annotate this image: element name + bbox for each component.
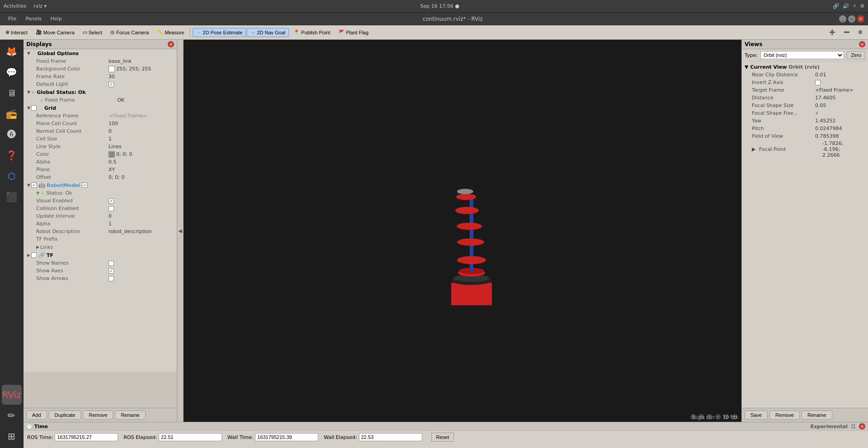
measure-button[interactable]: 📏 Measure — [153, 28, 188, 37]
focus-camera-button[interactable]: ◎ Focus Camera — [107, 28, 152, 37]
2d-nav-button[interactable]: → 2D Nav Goal — [247, 28, 289, 37]
views-close-button[interactable]: ✕ — [859, 41, 865, 47]
global-options-arrow[interactable]: ▼ — [27, 51, 30, 56]
publish-point-button[interactable]: 📍 Publish Point — [290, 28, 334, 37]
ros-time-input[interactable] — [55, 433, 118, 441]
near-clip-row[interactable]: Near Clip Distance 0.01 — [745, 71, 865, 79]
rename-view-button[interactable]: Rename — [802, 411, 832, 420]
robot-model-row[interactable]: ▼ ✓ 🤖 RobotModel ✓ — [24, 181, 177, 189]
move-camera-button[interactable]: 🎥 Move Camera — [32, 28, 78, 37]
help-menu[interactable]: Help — [46, 14, 66, 23]
ros-elapsed-input[interactable] — [159, 433, 222, 441]
fixed-frame-row[interactable]: Fixed Frame base_link — [24, 57, 177, 65]
global-status-fixed-frame-row[interactable]: ✓ Fixed Frame OK — [24, 96, 177, 104]
plane-cell-count-row[interactable]: Plane Cell Count 100 — [24, 120, 177, 127]
current-view-header[interactable]: ▼ Current View Orbit (rviz) — [745, 63, 865, 71]
show-axes-row[interactable]: Show Axes ✓ — [24, 267, 177, 275]
global-status-row[interactable]: ▼ ✓ Global Status: Ok — [24, 88, 177, 96]
tf-enabled-check[interactable] — [31, 252, 37, 258]
tf-prefix-row[interactable]: TF Prefix — [24, 235, 177, 243]
focal-shape-fixed-row[interactable]: Focal Shape Fixe... ✓ — [745, 109, 865, 117]
reference-frame-row[interactable]: Reference Frame <Fixed Frame> — [24, 112, 177, 120]
global-options-row[interactable]: ▼ ⚙ Global Options — [24, 49, 177, 57]
time-close-button[interactable]: ✕ — [859, 423, 865, 429]
global-status-arrow[interactable]: ▼ — [27, 90, 30, 94]
robot-model-arrow[interactable]: ▼ — [27, 183, 30, 187]
panels-menu[interactable]: Panels — [21, 14, 46, 23]
robot-model-check2[interactable]: ✓ — [82, 182, 87, 188]
grid-row[interactable]: ▼ ⊞ Grid — [24, 104, 177, 112]
target-frame-row[interactable]: Target Frame <Fixed Frame> — [745, 86, 865, 94]
normal-cell-count-row[interactable]: Normal Cell Count 0 — [24, 127, 177, 135]
default-light-row[interactable]: Default Light ✓ — [24, 80, 177, 88]
dock-appstore[interactable]: 🅐 — [2, 125, 22, 145]
links-arrow[interactable]: ▶ — [36, 245, 39, 249]
rename-button[interactable]: Rename — [115, 411, 146, 420]
minimize-button[interactable]: _ — [839, 15, 846, 23]
background-color-row[interactable]: Background Color 255; 255; 255 — [24, 65, 177, 73]
select-button[interactable]: ▭ Select — [79, 28, 106, 37]
dock-firefox[interactable]: 🦊 — [2, 42, 22, 61]
robot-description-row[interactable]: Robot Description robot_description — [24, 228, 177, 235]
distance-row[interactable]: Distance 17.4605 — [745, 94, 865, 102]
save-view-button[interactable]: Save — [745, 411, 768, 420]
dock-rviz[interactable]: RViz — [2, 385, 22, 405]
tf-row[interactable]: ▶ 🔗 TF — [24, 251, 177, 259]
plane-row[interactable]: Plane XY — [24, 166, 177, 173]
activities-button[interactable]: Activities — [4, 3, 26, 9]
dock-help[interactable]: ❓ — [2, 145, 22, 165]
update-interval-row[interactable]: Update Interval 0 — [24, 212, 177, 220]
alpha-row[interactable]: Alpha 0.5 — [24, 158, 177, 166]
dock-radio[interactable]: 📻 — [2, 104, 22, 124]
viewport[interactable]: 10 fps Right Ctrl ⊕ ⊕ ⊕ ⊕ ⊕ ⊕ — [184, 40, 741, 422]
current-view-arrow[interactable]: ▼ — [745, 64, 748, 70]
visual-enabled-row[interactable]: Visual Enabled ✓ — [24, 197, 177, 205]
rm-alpha-row[interactable]: Alpha 1 — [24, 220, 177, 228]
remove-view-button[interactable]: Remove — [769, 411, 800, 420]
collision-enabled-check[interactable] — [108, 206, 114, 211]
maximize-button[interactable]: □ — [848, 15, 855, 23]
collision-enabled-row[interactable]: Collision Enabled — [24, 205, 177, 212]
displays-close-button[interactable]: ✕ — [168, 41, 174, 47]
show-arrows-check[interactable] — [108, 276, 114, 281]
offset-row[interactable]: Offset 0; 0; 0 — [24, 173, 177, 181]
show-names-row[interactable]: Show Names — [24, 259, 177, 267]
focal-shape-size-row[interactable]: Focal Shape Size 0.05 — [745, 102, 865, 109]
dock-pen[interactable]: ✏ — [2, 406, 22, 425]
wall-time-input[interactable] — [255, 433, 318, 441]
yaw-row[interactable]: Yaw 1.45252 — [745, 117, 865, 125]
views-type-select[interactable]: Orbit (rviz) — [760, 51, 844, 59]
default-light-check[interactable]: ✓ — [108, 82, 114, 87]
focal-point-arrow[interactable]: ▶ — [752, 146, 759, 152]
line-style-row[interactable]: Line Style Lines — [24, 143, 177, 150]
invert-z-row[interactable]: Invert Z Axis — [745, 79, 865, 86]
show-axes-check[interactable]: ✓ — [108, 268, 114, 274]
color-row[interactable]: Color 0; 0; 0 — [24, 150, 177, 158]
tf-arrow[interactable]: ▶ — [27, 253, 30, 257]
pitch-row[interactable]: Pitch 0.0247984 — [745, 125, 865, 132]
dock-monitor[interactable]: 🖥 — [2, 83, 22, 103]
rviz-menu[interactable]: rviz ▾ — [33, 3, 47, 9]
interact-button[interactable]: ⊕ Interact — [2, 28, 31, 37]
wall-elapsed-input[interactable] — [359, 433, 422, 441]
cell-size-row[interactable]: Cell Size 1 — [24, 135, 177, 143]
dock-terminal[interactable]: ⬛ — [2, 187, 22, 207]
robot-model-enabled-check[interactable]: ✓ — [31, 182, 37, 188]
remove-button[interactable]: Remove — [83, 411, 113, 420]
add-button[interactable]: Add — [26, 411, 47, 420]
zero-button[interactable]: Zero — [847, 51, 865, 59]
show-arrows-row[interactable]: Show Arrows — [24, 275, 177, 282]
grid-arrow[interactable]: ▼ — [27, 106, 30, 110]
file-menu[interactable]: File — [4, 14, 21, 23]
field-of-view-row[interactable]: Field of View 0.785398 — [745, 132, 865, 140]
reset-button[interactable]: Reset — [431, 433, 454, 442]
status-ok-row[interactable]: ▼ ✓ Status: Ok — [24, 189, 177, 197]
dock-chat[interactable]: 💬 — [2, 62, 22, 82]
remove-icon-btn[interactable]: ➖ — [840, 28, 854, 37]
frame-rate-row[interactable]: Frame Rate 30 — [24, 73, 177, 80]
visual-enabled-check[interactable]: ✓ — [108, 198, 114, 204]
displays-tree[interactable]: ▼ ⚙ Global Options Fixed Frame base_link… — [24, 49, 177, 372]
invert-z-check[interactable] — [815, 80, 821, 85]
plant-flag-button[interactable]: 🚩 Plant Flag — [335, 28, 373, 37]
dock-vscode[interactable]: ⬡ — [2, 166, 22, 186]
